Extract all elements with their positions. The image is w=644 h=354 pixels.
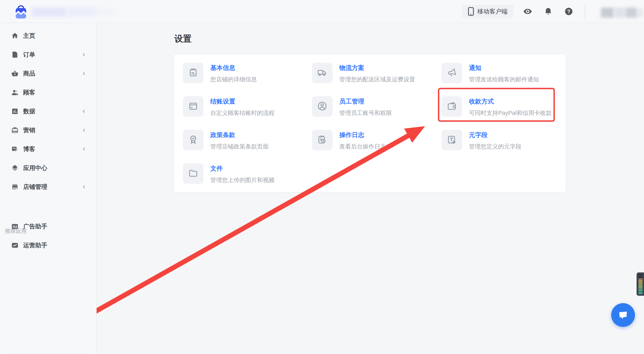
sidebar-item-9[interactable]: 店铺管理	[0, 177, 96, 196]
sidebar-item-8[interactable]: 应用中心	[0, 159, 96, 177]
bell-icon[interactable]	[544, 7, 553, 16]
card-icon-tile	[312, 63, 332, 83]
card-icon-tile	[183, 163, 204, 184]
mobile-client-label: 移动客户端	[477, 7, 508, 16]
chevron-left-icon[interactable]	[82, 52, 86, 57]
browser-extension-handle[interactable]	[636, 272, 644, 296]
chevron-left-icon[interactable]	[82, 109, 86, 114]
widget-stripe	[638, 285, 642, 285]
card-icon-tile	[442, 96, 462, 117]
card-icon-tile	[312, 130, 332, 150]
widget-stripe	[638, 276, 642, 276]
card-icon-tile	[183, 96, 204, 117]
sidebar-item-4[interactable]: 顾客	[0, 83, 96, 102]
sidebar-item-label: 主页	[23, 32, 35, 40]
settings-card-3[interactable]: 通知管理发送给顾客的邮件通知	[442, 63, 566, 83]
widget-stripe	[638, 283, 642, 284]
sidebar-item-label: 订单	[23, 51, 35, 59]
card-title-link[interactable]: 物流方案	[339, 64, 415, 72]
chevron-left-icon[interactable]	[82, 71, 86, 76]
megaphone-icon	[446, 67, 457, 79]
sidebar-recommended-item-1[interactable]: Ad广告助手	[0, 217, 96, 236]
svg-text:Ad: Ad	[13, 225, 17, 228]
card-title-link[interactable]: 文件	[210, 164, 274, 173]
settings-card-5[interactable]: 员工管理管理员工账号和权限	[312, 96, 442, 117]
customers-icon	[11, 89, 19, 96]
store-management-icon	[11, 183, 19, 191]
sidebar-recommended-item-2[interactable]: 运营助手	[0, 236, 96, 255]
help-icon[interactable]: ?	[564, 7, 574, 16]
user-name-blurred[interactable]	[601, 8, 614, 18]
sidebar-item-1[interactable]: 主页	[0, 26, 96, 45]
card-title-link[interactable]: 操作日志	[339, 131, 386, 139]
settings-card-10[interactable]: 文件管理您上传的图片和视频	[183, 163, 312, 184]
svg-text:?: ?	[567, 9, 570, 14]
card-description: 查看后台操作日志	[339, 143, 386, 151]
card-description: 可同时支持PayPal和信用卡收款	[469, 109, 552, 117]
settings-card-2[interactable]: 物流方案管理您的配送区域及运费设置	[312, 63, 442, 83]
truck-icon	[317, 67, 328, 79]
wallet-icon	[446, 101, 457, 112]
operation-log-icon	[317, 134, 328, 146]
card-description: 管理发送给顾客的邮件通知	[469, 76, 539, 84]
chevron-left-icon[interactable]	[82, 128, 86, 132]
sidebar-item-2[interactable]: 订单	[0, 45, 96, 64]
credit-card-icon	[188, 101, 199, 112]
home-icon	[11, 32, 19, 40]
sidebar-item-5[interactable]: 数据	[0, 102, 96, 121]
app-center-icon	[11, 164, 19, 172]
marketing-icon	[11, 126, 19, 134]
policy-ribbon-icon	[188, 134, 199, 146]
widget-stripe	[638, 279, 642, 279]
card-title-link[interactable]: 结账设置	[210, 97, 274, 106]
card-title-link[interactable]: 收款方式	[469, 97, 552, 106]
card-description: 管理您上传的图片和视频	[210, 176, 274, 184]
sidebar-item-3[interactable]: 商品	[0, 64, 96, 83]
card-description: 自定义顾客结账时的流程	[210, 109, 274, 117]
settings-card-1[interactable]: 基本信息您店铺的详细信息	[183, 63, 312, 83]
widget-stripe	[638, 280, 642, 281]
chevron-left-icon[interactable]	[82, 147, 86, 151]
widget-stripe	[638, 287, 642, 288]
sidebar-item-label: 博客	[23, 145, 35, 153]
sidebar-item-7[interactable]: 博客	[0, 140, 96, 159]
settings-card-9[interactable]: 元字段管理您定义的元字段	[442, 130, 566, 150]
shopping-bag-logo[interactable]	[15, 4, 26, 19]
card-description: 您店铺的详细信息	[210, 76, 257, 84]
widget-stripe	[638, 277, 642, 278]
chevron-left-icon[interactable]	[82, 185, 86, 189]
eye-icon[interactable]	[523, 7, 532, 16]
blog-icon	[11, 145, 19, 153]
mobile-client-button[interactable]: 移动客户端	[462, 5, 514, 18]
card-title-link[interactable]: 元字段	[469, 131, 522, 139]
sidebar-item-label: 应用中心	[23, 164, 47, 172]
sidebar-item-6[interactable]: 营销	[0, 121, 96, 140]
header-divider	[585, 4, 585, 18]
card-title-link[interactable]: 基本信息	[210, 64, 257, 72]
sidebar-item-label: 运营助手	[23, 241, 47, 250]
top-header: 移动客户端 ?	[0, 0, 644, 23]
sidebar-item-label: 广告助手	[23, 222, 47, 231]
card-icon-tile	[183, 130, 204, 150]
notepad-icon	[188, 67, 199, 79]
store-name-blurred	[32, 7, 66, 17]
card-title-link[interactable]: 通知	[469, 64, 539, 72]
ops-assistant-icon	[11, 241, 19, 249]
orders-icon	[11, 51, 19, 58]
settings-card-8[interactable]: 操作日志查看后台操作日志	[312, 130, 442, 150]
card-title-link[interactable]: 政策条款	[210, 131, 269, 139]
card-title-link[interactable]: 员工管理	[339, 97, 392, 106]
widget-stripe	[638, 290, 642, 291]
card-description: 管理您的配送区域及运费设置	[339, 76, 415, 84]
card-icon-tile	[183, 63, 204, 83]
card-description: 管理店铺政策条款页面	[210, 143, 269, 151]
settings-card-4[interactable]: 结账设置自定义顾客结账时的流程	[183, 96, 312, 117]
folder-icon	[188, 168, 199, 179]
widget-stripe	[638, 286, 642, 287]
settings-card-6-highlighted[interactable]: 收款方式可同时支持PayPal和信用卡收款	[442, 96, 566, 117]
card-description: 管理员工账号和权限	[339, 109, 392, 117]
page-title: 设置	[174, 33, 192, 45]
settings-card-7[interactable]: 政策条款管理店铺政策条款页面	[183, 130, 312, 150]
sidebar-item-label: 顾客	[23, 88, 35, 97]
chat-bubble-button[interactable]	[611, 303, 635, 327]
